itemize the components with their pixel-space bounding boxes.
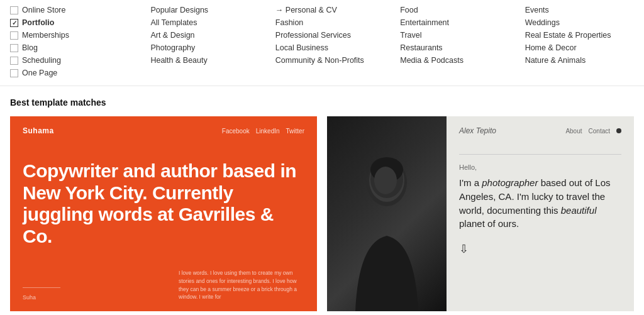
filter-item-4-2[interactable]: Real Estate & Properties [509, 30, 634, 40]
suhama-nav-twitter: Twitter [286, 128, 304, 135]
filter-col-3: FoodEntertainmentTravelRestaurantsMedia … [384, 5, 509, 78]
card-tepito-wrapper: Alex Tepito About Contact Hello, I'm a p… [327, 116, 634, 315]
filter-col-2: Personal & CVFashionProfessional Service… [260, 5, 384, 78]
tepito-top-bar: Alex Tepito About Contact [459, 126, 621, 135]
filter-item-0-0[interactable]: Online Store [10, 5, 135, 15]
tepito-arrow-down-icon: ⇩ [459, 242, 621, 256]
suhama-card[interactable]: Suhama Facebook LinkedIn Twitter Copywri… [10, 116, 317, 311]
tepito-nav-dot [616, 128, 621, 133]
tepito-card[interactable]: Alex Tepito About Contact Hello, I'm a p… [327, 116, 634, 311]
filter-label-2-3: Local Business [275, 43, 328, 52]
filter-item-0-2[interactable]: Memberships [10, 30, 135, 40]
filter-item-2-3[interactable]: Local Business [260, 43, 384, 53]
filter-item-1-3[interactable]: Photography [135, 43, 259, 53]
suhama-top-bar: Suhama Facebook LinkedIn Twitter [23, 126, 304, 135]
tepito-divider [459, 154, 621, 155]
filter-item-1-2[interactable]: Art & Design [135, 30, 259, 40]
suhama-hero-text: Copywriter and author based in New York … [23, 160, 304, 263]
filter-item-1-4[interactable]: Health & Beauty [135, 55, 259, 65]
suhama-divider-area: Suha [23, 287, 60, 301]
tepito-bio: I'm a photographer based out of Los Ange… [459, 176, 621, 231]
filter-label-2-1: Fashion [275, 18, 303, 27]
suhama-body-text: I love words. I love using them to creat… [179, 269, 304, 301]
suhama-divider-line [23, 287, 60, 288]
filter-item-4-4[interactable]: Nature & Animals [509, 55, 634, 65]
svg-point-4 [374, 167, 397, 194]
filter-label-2-4: Community & Non-Profits [275, 56, 364, 65]
filter-label-2-0: Personal & CV [275, 6, 337, 14]
checkbox-0-1[interactable] [10, 19, 18, 27]
tepito-nav-about: About [565, 128, 582, 135]
filter-label-0-4: Scheduling [22, 56, 61, 65]
tepito-photo-section [327, 116, 447, 311]
filter-label-1-3: Photography [150, 43, 195, 52]
cards-container: Suhama Facebook LinkedIn Twitter Copywri… [0, 116, 644, 315]
tepito-brand: Alex Tepito [459, 126, 496, 135]
tepito-nav-contact: Contact [589, 128, 610, 135]
filter-label-4-2: Real Estate & Properties [525, 31, 611, 40]
filter-col-0: Online StorePortfolioMembershipsBlogSche… [10, 5, 135, 78]
section-header: Best template matches [0, 86, 644, 116]
person-silhouette-icon [343, 148, 431, 311]
filter-item-3-3[interactable]: Restaurants [384, 43, 509, 53]
filter-label-3-4: Media & Podcasts [400, 56, 464, 65]
filter-item-4-1[interactable]: Weddings [509, 18, 634, 28]
filter-item-2-4[interactable]: Community & Non-Profits [260, 55, 384, 65]
filter-item-3-2[interactable]: Travel [384, 30, 509, 40]
checkbox-0-5[interactable] [10, 69, 18, 77]
filter-label-3-3: Restaurants [400, 43, 442, 52]
filter-item-2-1[interactable]: Fashion [260, 18, 384, 28]
filter-item-0-3[interactable]: Blog [10, 43, 135, 53]
checkbox-0-3[interactable] [10, 44, 18, 52]
suhama-small-brand: Suha [23, 294, 36, 301]
suhama-nav: Facebook LinkedIn Twitter [222, 128, 304, 135]
filter-label-4-1: Weddings [525, 18, 560, 27]
tepito-hello: Hello, [459, 163, 621, 171]
filter-col-4: EventsWeddingsReal Estate & PropertiesHo… [509, 5, 634, 78]
filter-label-1-2: Art & Design [150, 31, 194, 40]
filter-label-2-2: Professional Services [275, 31, 351, 40]
filter-item-0-4[interactable]: Scheduling [10, 55, 135, 65]
filter-item-0-1[interactable]: Portfolio [10, 18, 135, 28]
suhama-nav-facebook: Facebook [222, 128, 250, 135]
filter-label-1-4: Health & Beauty [150, 56, 207, 65]
filter-item-1-1[interactable]: All Templates [135, 18, 259, 28]
filter-label-4-3: Home & Decor [525, 43, 577, 52]
filter-item-2-0[interactable]: Personal & CV [260, 5, 384, 15]
tepito-nav: About Contact [565, 128, 621, 135]
tepito-photographer-em: photographer [482, 177, 538, 188]
tepito-beautiful-em: beautiful [561, 205, 597, 216]
checkbox-0-0[interactable] [10, 6, 18, 14]
filter-item-3-1[interactable]: Entertainment [384, 18, 509, 28]
suhama-brand: Suhama [23, 126, 54, 135]
filter-label-0-5: One Page [22, 69, 57, 77]
filter-label-3-1: Entertainment [400, 18, 449, 27]
filter-label-4-4: Nature & Animals [525, 56, 586, 65]
checkbox-0-4[interactable] [10, 57, 18, 65]
filter-label-3-2: Travel [400, 31, 421, 40]
filter-label-0-2: Memberships [22, 31, 69, 40]
filter-label-3-0: Food [400, 6, 418, 14]
filter-item-3-0[interactable]: Food [384, 5, 509, 15]
filter-label-0-3: Blog [22, 43, 38, 52]
checkbox-0-2[interactable] [10, 31, 18, 40]
filter-item-4-0[interactable]: Events [509, 5, 634, 15]
filter-label-0-0: Online Store [22, 6, 65, 14]
filter-item-1-0[interactable]: Popular Designs [135, 5, 259, 15]
filter-item-4-3[interactable]: Home & Decor [509, 43, 634, 53]
filter-label-0-1: Portfolio [22, 18, 54, 27]
suhama-nav-linkedin: LinkedIn [256, 128, 280, 135]
filter-label-1-0: Popular Designs [150, 6, 208, 14]
filter-label-1-1: All Templates [150, 18, 197, 27]
filter-label-4-0: Events [525, 6, 549, 14]
tepito-text-section: Alex Tepito About Contact Hello, I'm a p… [447, 116, 634, 311]
filter-col-1: Popular DesignsAll TemplatesArt & Design… [135, 5, 259, 78]
suhama-bottom: Suha I love words. I love using them to … [23, 269, 304, 301]
filter-item-0-5[interactable]: One Page [10, 68, 135, 78]
suhama-footer: SUHAMA ♡ [10, 311, 317, 315]
filter-nav: Online StorePortfolioMembershipsBlogSche… [0, 0, 644, 86]
filter-item-3-4[interactable]: Media & Podcasts [384, 55, 509, 65]
filter-item-2-2[interactable]: Professional Services [260, 30, 384, 40]
tepito-footer: TEPITO ♡ [327, 311, 634, 315]
card-suhama-wrapper: Suhama Facebook LinkedIn Twitter Copywri… [10, 116, 317, 315]
